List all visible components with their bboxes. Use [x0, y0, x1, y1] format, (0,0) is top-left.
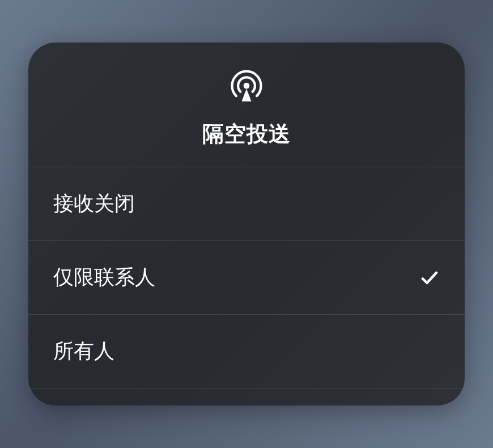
option-everyone[interactable]: 所有人: [28, 315, 465, 388]
option-contacts-only[interactable]: 仅限联系人: [28, 241, 465, 315]
option-label: 所有人: [53, 337, 114, 365]
panel-footer-spacer: [28, 388, 465, 405]
checkmark-icon: [419, 268, 440, 288]
panel-title: 隔空投送: [202, 120, 291, 149]
option-receiving-off[interactable]: 接收关闭: [28, 167, 465, 241]
option-label: 仅限联系人: [53, 264, 155, 291]
svg-point-0: [244, 83, 250, 89]
airdrop-settings-panel: 隔空投送 接收关闭 仅限联系人 所有人: [28, 43, 465, 405]
option-label: 接收关闭: [53, 190, 135, 218]
airdrop-icon: [227, 65, 266, 104]
panel-header: 隔空投送: [28, 43, 465, 167]
